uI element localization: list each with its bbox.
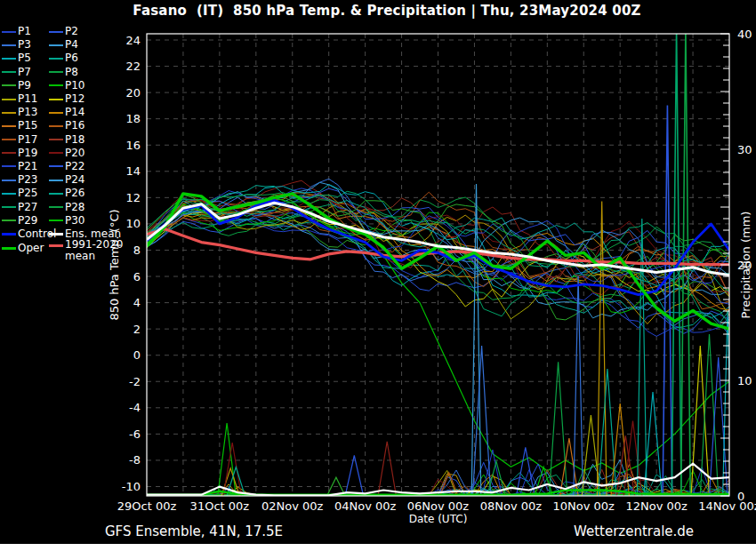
svg-text:-10: -10 [122,480,141,493]
precip-spike [378,442,396,496]
svg-text:-2: -2 [129,375,141,388]
legend-item-p16-line [49,125,63,127]
legend-item-p1-line [2,31,16,33]
legend-item-p22-label: P22 [65,161,85,172]
legend-item-p1-label: P1 [18,26,31,37]
svg-text:12Nov 00z: 12Nov 00z [625,499,688,513]
legend-item-p3-line [2,44,16,46]
legend-item-clim-mean-line [49,244,63,247]
svg-text:24: 24 [125,34,141,47]
legend-item-p3: P3 [2,39,49,51]
svg-text:20: 20 [125,86,141,100]
legend-item-oper-line [2,247,16,250]
legend-item-p24-label: P24 [65,174,85,186]
gridlines [147,34,729,496]
legend-item-p26-line [49,193,63,195]
svg-text:4: 4 [133,296,141,309]
svg-text:02Nov 00z: 02Nov 00z [261,499,324,513]
precip-spike [549,362,567,496]
legend-item-p14: P14 [49,107,124,118]
model-info-label: GFS Ensemble, 41N, 17.5E [105,523,283,539]
legend-item-p9-label: P9 [18,80,31,92]
legend-item-p4-label: P4 [65,39,78,51]
legend-item-p29: P29 [2,215,49,227]
legend-item-p21: P21 [2,161,49,172]
legend-item-p2-label: P2 [65,26,78,37]
legend-item-p29-line [2,220,16,221]
legend-item-control-line [2,233,16,236]
legend-item-p26-label: P26 [65,188,85,199]
svg-text:31Oct 00z: 31Oct 00z [190,499,250,513]
svg-text:2: 2 [133,323,141,336]
legend-item-p13-label: P13 [18,107,38,118]
svg-text:30: 30 [737,143,752,156]
legend-item-p2: P2 [49,26,124,37]
svg-text:-4: -4 [129,401,141,414]
legend-item-p17: P17 [2,134,49,146]
legend-item-p23-line [2,180,16,181]
legend-item-p18-label: P18 [65,134,85,146]
svg-text:-8: -8 [129,453,141,467]
legend-item-clim-mean: 1991-2020mean [49,239,124,262]
legend-item-p7: P7 [2,67,49,78]
svg-text:22: 22 [125,60,141,73]
legend-item-oper: Oper [2,243,49,254]
legend-item-p14-line [49,112,63,114]
legend-item-p22: P22 [49,161,124,172]
legend-item-control: Control [2,228,49,240]
legend-item-p28: P28 [49,202,124,213]
legend-item-p6-line [49,58,63,60]
legend-item-p25: P25 [2,188,49,199]
svg-text:18: 18 [125,112,141,125]
svg-text:-6: -6 [129,427,141,441]
legend-item-p19-label: P19 [18,148,38,159]
legend-item-p13-line [2,112,16,114]
legend-item-p21-line [2,165,16,167]
precip-spike [574,276,583,496]
precip-axis-title: Precipitation (mm) [739,212,752,319]
legend-item-p30-line [49,220,63,221]
legend-item-p3-label: P3 [18,39,31,51]
svg-text:14: 14 [125,164,141,178]
meteogram-page: Fasano (IT) 850 hPa Temp. & Precipitatio… [0,0,756,551]
legend-item-oper-label: Oper [18,243,44,254]
svg-text:16: 16 [125,139,141,152]
legend-item-p22-line [49,165,63,167]
legend-item-p5: P5 [2,52,49,64]
legend-item-p16-label: P16 [65,120,85,132]
legend-item-p6-label: P6 [65,52,78,64]
legend-item-p16: P16 [49,120,124,132]
legend-item-p11-line [2,99,16,100]
legend-item-p27-label: P27 [18,202,38,213]
legend-item-p7-line [2,71,16,73]
legend-item-p23: P23 [2,174,49,186]
legend-item-p6: P6 [49,52,124,64]
legend-item-p9: P9 [2,80,49,92]
legend-item-clim-mean-label: 1991-2020mean [65,239,123,262]
legend-item-p29-label: P29 [18,215,38,227]
precip-axis-ticks [720,34,729,496]
legend-item-p27: P27 [2,202,49,213]
legend-item-p7-label: P7 [18,67,31,78]
legend-item-p20: P20 [49,148,124,159]
legend-item-ens-mean-line [49,233,63,236]
chart-title: Fasano (IT) 850 hPa Temp. & Precipitatio… [0,3,756,19]
legend-item-p17-label: P17 [18,134,38,146]
legend-item-p10-line [49,84,63,86]
legend-item-p11: P11 [2,93,49,105]
legend-item-p12-line [49,99,63,100]
legend-item-p28-line [49,206,63,208]
legend-item-p2-line [49,31,63,33]
svg-text:06Nov 00z: 06Nov 00z [407,499,470,513]
svg-text:8: 8 [133,244,141,257]
legend-item-p30: P30 [49,215,124,227]
svg-text:10Nov 00z: 10Nov 00z [553,499,615,513]
svg-text:0: 0 [133,348,141,362]
legend-item-p12: P12 [49,93,124,105]
legend-item-p23-label: P23 [18,174,38,186]
legend-item-p20-line [49,152,63,154]
legend-item-p5-line [2,58,16,60]
legend-item-p8-label: P8 [65,67,78,78]
svg-text:14Nov 00z: 14Nov 00z [698,499,756,513]
temp-axis-labels: 242220181614121086420-2-4-6-8-10 [122,34,141,494]
